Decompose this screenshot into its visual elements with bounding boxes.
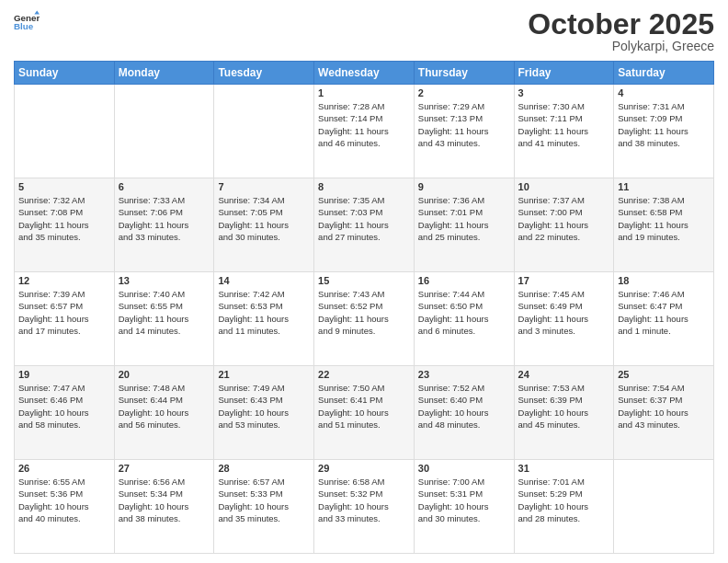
cell-content: Sunrise: 7:50 AM Sunset: 6:41 PM Dayligh… <box>318 382 410 431</box>
calendar-cell: 26Sunrise: 6:55 AM Sunset: 5:36 PM Dayli… <box>15 460 115 554</box>
calendar-cell: 7Sunrise: 7:34 AM Sunset: 7:05 PM Daylig… <box>214 178 314 272</box>
day-header-friday: Friday <box>514 62 614 85</box>
day-number: 9 <box>418 181 510 192</box>
calendar-cell: 20Sunrise: 7:48 AM Sunset: 6:44 PM Dayli… <box>114 366 214 460</box>
calendar-cell: 2Sunrise: 7:29 AM Sunset: 7:13 PM Daylig… <box>414 85 514 178</box>
day-number: 31 <box>518 463 610 474</box>
day-header-sunday: Sunday <box>15 62 115 85</box>
day-number: 3 <box>518 87 610 98</box>
cell-content: Sunrise: 6:57 AM Sunset: 5:33 PM Dayligh… <box>218 476 310 524</box>
cell-content: Sunrise: 7:53 AM Sunset: 6:39 PM Dayligh… <box>518 382 610 431</box>
calendar-cell: 31Sunrise: 7:01 AM Sunset: 5:29 PM Dayli… <box>514 460 614 554</box>
calendar-cell: 10Sunrise: 7:37 AM Sunset: 7:00 PM Dayli… <box>514 178 614 272</box>
cell-content: Sunrise: 7:47 AM Sunset: 6:46 PM Dayligh… <box>18 382 110 431</box>
day-number: 7 <box>218 181 310 192</box>
calendar-header-row: SundayMondayTuesdayWednesdayThursdayFrid… <box>15 62 714 85</box>
day-number: 14 <box>218 275 310 286</box>
calendar-cell: 11Sunrise: 7:38 AM Sunset: 6:58 PM Dayli… <box>614 178 714 272</box>
cell-content: Sunrise: 7:30 AM Sunset: 7:11 PM Dayligh… <box>518 100 610 149</box>
calendar-cell: 15Sunrise: 7:43 AM Sunset: 6:52 PM Dayli… <box>314 272 415 366</box>
day-number: 26 <box>18 463 110 474</box>
calendar-cell: 12Sunrise: 7:39 AM Sunset: 6:57 PM Dayli… <box>15 272 115 366</box>
calendar-cell: 16Sunrise: 7:44 AM Sunset: 6:50 PM Dayli… <box>414 272 514 366</box>
calendar-cell <box>614 460 714 554</box>
calendar-cell: 23Sunrise: 7:52 AM Sunset: 6:40 PM Dayli… <box>414 366 514 460</box>
cell-content: Sunrise: 7:39 AM Sunset: 6:57 PM Dayligh… <box>18 288 110 337</box>
cell-content: Sunrise: 7:38 AM Sunset: 6:58 PM Dayligh… <box>618 194 710 243</box>
cell-content: Sunrise: 7:54 AM Sunset: 6:37 PM Dayligh… <box>618 382 710 431</box>
calendar-cell: 21Sunrise: 7:49 AM Sunset: 6:43 PM Dayli… <box>214 366 314 460</box>
day-header-monday: Monday <box>114 62 214 85</box>
day-number: 21 <box>218 369 310 380</box>
day-number: 29 <box>318 463 410 474</box>
cell-content: Sunrise: 6:55 AM Sunset: 5:36 PM Dayligh… <box>18 476 110 524</box>
day-header-tuesday: Tuesday <box>214 62 314 85</box>
day-number: 16 <box>418 275 510 286</box>
day-number: 1 <box>318 87 410 98</box>
cell-content: Sunrise: 7:33 AM Sunset: 7:06 PM Dayligh… <box>119 194 210 243</box>
cell-content: Sunrise: 7:43 AM Sunset: 6:52 PM Dayligh… <box>318 288 410 337</box>
calendar-week-5: 26Sunrise: 6:55 AM Sunset: 5:36 PM Dayli… <box>15 460 714 554</box>
day-number: 11 <box>618 181 710 192</box>
cell-content: Sunrise: 7:46 AM Sunset: 6:47 PM Dayligh… <box>618 288 710 337</box>
calendar-cell: 17Sunrise: 7:45 AM Sunset: 6:49 PM Dayli… <box>514 272 614 366</box>
cell-content: Sunrise: 7:52 AM Sunset: 6:40 PM Dayligh… <box>418 382 510 431</box>
calendar-cell: 25Sunrise: 7:54 AM Sunset: 6:37 PM Dayli… <box>614 366 714 460</box>
calendar-week-4: 19Sunrise: 7:47 AM Sunset: 6:46 PM Dayli… <box>15 366 714 460</box>
location: Polykarpi, Greece <box>528 39 714 53</box>
month-title: October 2025 <box>528 9 714 39</box>
page: General Blue October 2025 Polykarpi, Gre… <box>0 0 728 563</box>
calendar-cell: 4Sunrise: 7:31 AM Sunset: 7:09 PM Daylig… <box>614 85 714 178</box>
calendar-cell: 30Sunrise: 7:00 AM Sunset: 5:31 PM Dayli… <box>414 460 514 554</box>
cell-content: Sunrise: 6:56 AM Sunset: 5:34 PM Dayligh… <box>119 476 210 524</box>
cell-content: Sunrise: 7:49 AM Sunset: 6:43 PM Dayligh… <box>218 382 310 431</box>
cell-content: Sunrise: 7:28 AM Sunset: 7:14 PM Dayligh… <box>318 100 410 149</box>
calendar-cell <box>15 85 115 178</box>
calendar-cell: 24Sunrise: 7:53 AM Sunset: 6:39 PM Dayli… <box>514 366 614 460</box>
calendar-cell: 1Sunrise: 7:28 AM Sunset: 7:14 PM Daylig… <box>314 85 415 178</box>
cell-content: Sunrise: 7:37 AM Sunset: 7:00 PM Dayligh… <box>518 194 610 243</box>
calendar-cell <box>114 85 214 178</box>
calendar-cell: 29Sunrise: 6:58 AM Sunset: 5:32 PM Dayli… <box>314 460 415 554</box>
calendar-cell: 28Sunrise: 6:57 AM Sunset: 5:33 PM Dayli… <box>214 460 314 554</box>
day-number: 15 <box>318 275 410 286</box>
calendar-cell: 22Sunrise: 7:50 AM Sunset: 6:41 PM Dayli… <box>314 366 415 460</box>
day-number: 2 <box>418 87 510 98</box>
calendar-cell <box>214 85 314 178</box>
calendar-cell: 13Sunrise: 7:40 AM Sunset: 6:55 PM Dayli… <box>114 272 214 366</box>
svg-text:Blue: Blue <box>14 21 34 31</box>
day-header-thursday: Thursday <box>414 62 514 85</box>
cell-content: Sunrise: 7:31 AM Sunset: 7:09 PM Dayligh… <box>618 100 710 149</box>
calendar-cell: 27Sunrise: 6:56 AM Sunset: 5:34 PM Dayli… <box>114 460 214 554</box>
cell-content: Sunrise: 7:34 AM Sunset: 7:05 PM Dayligh… <box>218 194 310 243</box>
day-number: 4 <box>618 87 710 98</box>
day-number: 23 <box>418 369 510 380</box>
cell-content: Sunrise: 6:58 AM Sunset: 5:32 PM Dayligh… <box>318 476 410 524</box>
cell-content: Sunrise: 7:42 AM Sunset: 6:53 PM Dayligh… <box>218 288 310 337</box>
logo-icon: General Blue <box>14 9 40 35</box>
cell-content: Sunrise: 7:44 AM Sunset: 6:50 PM Dayligh… <box>418 288 510 337</box>
day-number: 20 <box>119 369 210 380</box>
day-header-wednesday: Wednesday <box>314 62 415 85</box>
day-number: 6 <box>119 181 210 192</box>
calendar-week-1: 1Sunrise: 7:28 AM Sunset: 7:14 PM Daylig… <box>15 85 714 178</box>
cell-content: Sunrise: 7:36 AM Sunset: 7:01 PM Dayligh… <box>418 194 510 243</box>
cell-content: Sunrise: 7:00 AM Sunset: 5:31 PM Dayligh… <box>418 476 510 524</box>
calendar-week-2: 5Sunrise: 7:32 AM Sunset: 7:08 PM Daylig… <box>15 178 714 272</box>
cell-content: Sunrise: 7:48 AM Sunset: 6:44 PM Dayligh… <box>119 382 210 431</box>
calendar-cell: 6Sunrise: 7:33 AM Sunset: 7:06 PM Daylig… <box>114 178 214 272</box>
day-number: 5 <box>18 181 110 192</box>
cell-content: Sunrise: 7:29 AM Sunset: 7:13 PM Dayligh… <box>418 100 510 149</box>
day-number: 30 <box>418 463 510 474</box>
calendar-cell: 14Sunrise: 7:42 AM Sunset: 6:53 PM Dayli… <box>214 272 314 366</box>
day-number: 28 <box>218 463 310 474</box>
day-number: 13 <box>119 275 210 286</box>
cell-content: Sunrise: 7:32 AM Sunset: 7:08 PM Dayligh… <box>18 194 110 243</box>
calendar-week-3: 12Sunrise: 7:39 AM Sunset: 6:57 PM Dayli… <box>15 272 714 366</box>
day-header-saturday: Saturday <box>614 62 714 85</box>
calendar-cell: 18Sunrise: 7:46 AM Sunset: 6:47 PM Dayli… <box>614 272 714 366</box>
day-number: 12 <box>18 275 110 286</box>
day-number: 24 <box>518 369 610 380</box>
calendar-cell: 8Sunrise: 7:35 AM Sunset: 7:03 PM Daylig… <box>314 178 415 272</box>
day-number: 10 <box>518 181 610 192</box>
